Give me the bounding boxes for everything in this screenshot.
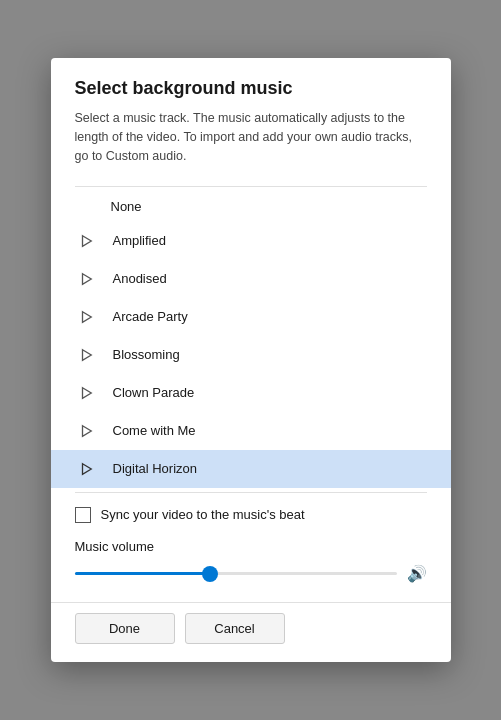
- slider-track: [75, 572, 397, 575]
- svg-marker-4: [82, 387, 91, 398]
- digital-horizon-label: Digital Horizon: [113, 461, 198, 476]
- svg-marker-1: [82, 273, 91, 284]
- list-item-none[interactable]: None: [51, 191, 451, 222]
- play-arcade-party-icon[interactable]: [75, 306, 97, 328]
- volume-icon: 🔊: [407, 564, 427, 583]
- come-with-me-label: Come with Me: [113, 423, 196, 438]
- list-item-anodised[interactable]: Anodised: [51, 260, 451, 298]
- list-item-digital-horizon[interactable]: Digital Horizon: [51, 450, 451, 488]
- play-blossoming-icon[interactable]: [75, 344, 97, 366]
- none-label: None: [111, 199, 142, 214]
- cancel-button[interactable]: Cancel: [185, 613, 285, 644]
- arcade-party-label: Arcade Party: [113, 309, 188, 324]
- list-item-blossoming[interactable]: Blossoming: [51, 336, 451, 374]
- play-digital-horizon-icon[interactable]: [75, 458, 97, 480]
- dialog-description: Select a music track. The music automati…: [75, 109, 427, 165]
- sync-row: Sync your video to the music's beat: [51, 493, 451, 529]
- blossoming-label: Blossoming: [113, 347, 180, 362]
- list-item-amplified[interactable]: Amplified: [51, 222, 451, 260]
- list-item-arcade-party[interactable]: Arcade Party: [51, 298, 451, 336]
- list-item-clown-parade[interactable]: Clown Parade: [51, 374, 451, 412]
- list-item-come-with-me[interactable]: Come with Me: [51, 412, 451, 450]
- dialog-footer: Done Cancel: [51, 602, 451, 662]
- volume-label: Music volume: [75, 539, 427, 554]
- sync-label: Sync your video to the music's beat: [101, 507, 305, 522]
- clown-parade-label: Clown Parade: [113, 385, 195, 400]
- dialog-header: Select background music Select a music t…: [51, 58, 451, 175]
- volume-row: 🔊: [75, 564, 427, 584]
- svg-marker-2: [82, 311, 91, 322]
- svg-marker-3: [82, 349, 91, 360]
- svg-marker-5: [82, 425, 91, 436]
- play-anodised-icon[interactable]: [75, 268, 97, 290]
- sync-checkbox[interactable]: [75, 507, 91, 523]
- dialog: Select background music Select a music t…: [51, 58, 451, 661]
- slider-fill: [75, 572, 210, 575]
- play-come-with-me-icon[interactable]: [75, 420, 97, 442]
- play-amplified-icon[interactable]: [75, 230, 97, 252]
- music-list[interactable]: None Amplified Anodised: [51, 187, 451, 492]
- dialog-title: Select background music: [75, 78, 427, 99]
- slider-thumb[interactable]: [202, 566, 218, 582]
- play-clown-parade-icon[interactable]: [75, 382, 97, 404]
- backdrop: Select background music Select a music t…: [0, 0, 501, 720]
- volume-section: Music volume 🔊: [51, 529, 451, 602]
- amplified-label: Amplified: [113, 233, 166, 248]
- volume-slider[interactable]: [75, 564, 397, 584]
- done-button[interactable]: Done: [75, 613, 175, 644]
- svg-marker-0: [82, 235, 91, 246]
- svg-marker-6: [82, 463, 91, 474]
- anodised-label: Anodised: [113, 271, 167, 286]
